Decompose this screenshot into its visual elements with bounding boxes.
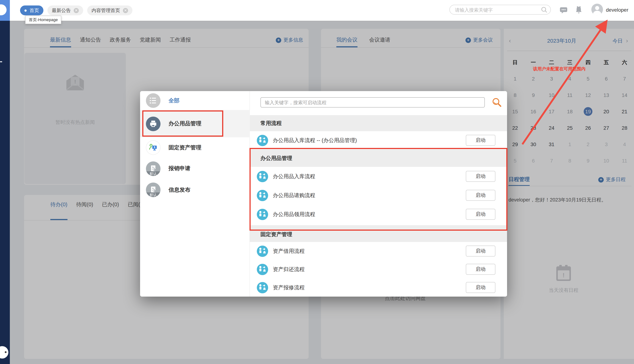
category-label: 报销申请 [168,165,190,172]
section-header-办公用品管理: 办公用品管理 [250,150,507,167]
workflow-icon [257,190,268,201]
modal-category-list: 全部办公用品管理$固定资产管理默认报销申请默认信息发布 [140,91,250,296]
app-logo-block [0,0,10,21]
process-name: 办公用品入库流程 [273,173,315,180]
process-launcher-modal: 全部办公用品管理$固定资产管理默认报销申请默认信息发布 常用流程办公用品入库流程… [140,91,507,296]
homepage-tooltip: 首页-Homepage [25,16,62,24]
workflow-icon [257,282,268,293]
category-固定资产管理[interactable]: $固定资产管理 [140,137,250,158]
section-header-固定资产管理: 固定资产管理 [250,225,507,244]
start-button[interactable]: 启动 [466,209,495,220]
default-badge: 默认 [146,171,160,176]
category-label: 信息发布 [168,186,190,193]
category-信息发布[interactable]: 默认信息发布 [140,179,250,200]
doc-icon: 默认 [146,182,160,197]
topbar-search [450,5,551,14]
app-sidebar [0,21,10,364]
page: ! 暂时没有热点新闻 最新信息通知公告政务服务党建新闻工作通报 + 更多信息 待… [0,0,634,364]
annotation-note: 该用户未配置在可用范围内 [533,66,585,72]
app-logo-icon[interactable] [0,4,7,15]
asset-icon: $ [146,140,160,155]
close-icon[interactable]: ✕ [123,8,128,13]
process-name: 资产归还流程 [273,266,305,273]
category-label: 固定资产管理 [168,144,201,151]
active-dot-icon [25,9,27,12]
sidebar-menu-icon[interactable] [0,61,2,62]
workflow-icon [257,264,268,275]
start-button[interactable]: 启动 [466,171,495,182]
close-icon[interactable]: ✕ [74,8,79,13]
topbar-tab-1[interactable]: 最新公告✕ [47,6,83,15]
process-name: 办公用品请购流程 [273,192,315,199]
modal-search-input[interactable] [264,98,481,106]
topbar-tab-label: 首页 [30,7,39,14]
process-name: 资产报修流程 [273,284,305,291]
list-icon [146,93,160,108]
topbar-search-input[interactable] [454,6,540,14]
topbar-tab-label: 内容管理首页 [92,7,120,14]
start-button[interactable]: 启动 [466,135,495,146]
start-button[interactable]: 启动 [466,282,495,293]
doc-icon: 默认 [146,161,160,176]
search-icon[interactable] [541,6,548,13]
start-button[interactable]: 启动 [466,264,495,275]
category-全部[interactable]: 全部 [140,91,250,110]
category-label: 全部 [168,97,179,104]
message-icon[interactable] [560,6,568,14]
process-name: 办公用品入库流程 -- (办公用品管理) [273,137,357,144]
workflow-icon [257,135,268,146]
modal-process-list: 常用流程办公用品入库流程 -- (办公用品管理)启动办公用品管理办公用品入库流程… [250,91,507,296]
topbar-tab-0[interactable]: 首页 [20,6,43,15]
topbar: 首页最新公告✕内容管理首页✕ developer [0,0,634,21]
topbar-tab-2[interactable]: 内容管理首页✕ [87,6,132,15]
user-avatar[interactable] [591,4,603,15]
default-badge: 默认 [146,192,160,197]
category-报销申请[interactable]: 默认报销申请 [140,158,250,179]
svg-text:$: $ [154,146,155,149]
notification-icon[interactable] [575,6,583,14]
process-name: 办公用品领用流程 [273,211,315,218]
process-name: 资产借用流程 [273,248,305,254]
workflow-icon [257,171,268,182]
section-header-常用流程: 常用流程 [250,115,507,131]
workflow-icon [257,208,268,220]
category-label: 办公用品管理 [168,120,201,127]
username-label[interactable]: developer [606,7,628,13]
start-button[interactable]: 启动 [466,246,495,256]
start-button[interactable]: 启动 [466,190,495,201]
modal-search-icon[interactable] [492,97,502,108]
modal-search [261,97,485,108]
printer-icon [146,116,160,131]
sidebar-avatar-icon[interactable] [0,346,9,358]
category-办公用品管理[interactable]: 办公用品管理 [140,110,250,137]
topbar-tab-label: 最新公告 [52,7,71,14]
workflow-icon [257,246,268,257]
